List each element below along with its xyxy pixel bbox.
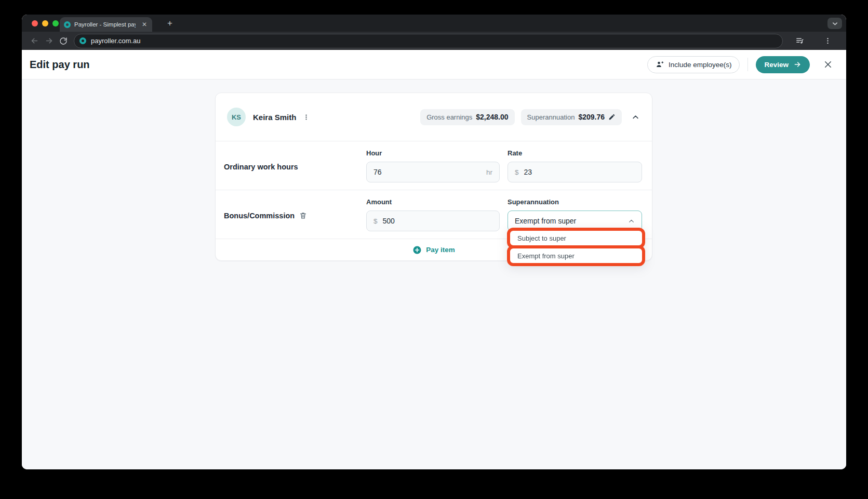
option-exempt-from-super[interactable]: Exempt from super (510, 252, 582, 260)
annotation-highlight: Exempt from super (507, 245, 645, 266)
person-plus-icon (656, 60, 664, 69)
kebab-menu-icon (303, 114, 310, 121)
hour-label: Hour (366, 149, 508, 157)
superannuation-value: $209.76 (578, 113, 605, 121)
currency-symbol: $ (515, 168, 519, 176)
back-button[interactable] (27, 34, 42, 48)
tab-strip: Payroller - Simplest payroll so ✕ + (22, 15, 846, 32)
close-pay-run-button[interactable] (823, 60, 833, 69)
add-pay-item-button[interactable]: Pay item (412, 245, 455, 255)
reload-icon (59, 37, 68, 45)
super-select-value: Exempt from super (515, 217, 576, 225)
rate-field: $ (508, 162, 642, 182)
tab-title: Payroller - Simplest payroll so (74, 21, 136, 28)
hour-column: Hour hr (366, 149, 508, 182)
bonus-super-label: Superannuation (508, 198, 642, 206)
gross-earnings-chip: Gross earnings $2,248.00 (420, 109, 514, 125)
rate-label: Rate (508, 149, 642, 157)
header-divider (747, 58, 748, 71)
collapse-employee-button[interactable] (631, 112, 640, 122)
site-favicon-icon (79, 37, 86, 44)
chevron-up-icon (628, 218, 635, 225)
ordinary-hours-title: Ordinary work hours (224, 149, 366, 182)
toolbar-right (792, 34, 841, 48)
tab-close-icon[interactable]: ✕ (141, 20, 148, 29)
summary-chips: Gross earnings $2,248.00 Superannuation … (420, 109, 622, 125)
arrow-left-icon (30, 36, 39, 45)
trash-icon (299, 212, 307, 219)
close-icon (823, 60, 833, 69)
bonus-super-column: Superannuation Exempt from super (508, 198, 642, 231)
bonus-commission-title: Bonus/Commission (224, 198, 366, 231)
page-title: Edit pay run (30, 59, 90, 71)
pay-item-label: Pay item (426, 246, 455, 254)
hour-field: hr (366, 162, 500, 182)
new-tab-button[interactable]: + (164, 18, 176, 29)
media-controls-button[interactable] (792, 34, 807, 48)
option-subject-to-super[interactable]: Subject to super (510, 234, 573, 242)
hour-unit: hr (482, 168, 492, 176)
rate-input[interactable] (524, 168, 635, 176)
pay-run-main: KS Keira Smith Gross earnings $2,248.00 … (22, 80, 846, 469)
superannuation-chip: Superannuation $209.76 (521, 109, 622, 125)
include-employees-label: Include employee(s) (669, 61, 732, 69)
edit-super-button[interactable] (608, 113, 616, 121)
forward-button[interactable] (42, 34, 56, 48)
delete-pay-item-button[interactable] (299, 212, 307, 219)
address-bar[interactable]: payroller.com.au (74, 34, 783, 48)
amount-field: $ (366, 211, 500, 231)
employee-name: Keira Smith (253, 113, 296, 122)
amount-column: Amount $ (366, 198, 508, 231)
browser-menu-button[interactable] (820, 34, 835, 48)
playlist-icon (795, 36, 804, 45)
minimize-window-button[interactable] (42, 20, 48, 27)
superannuation-label: Superannuation (527, 113, 575, 121)
gross-earnings-label: Gross earnings (426, 113, 472, 121)
hour-input[interactable] (373, 168, 482, 176)
payroller-favicon-icon (64, 21, 71, 28)
currency-symbol: $ (373, 217, 378, 225)
gross-earnings-value: $2,248.00 (476, 113, 508, 121)
browser-toolbar: payroller.com.au (22, 32, 846, 50)
kebab-menu-icon (824, 37, 832, 45)
amount-label: Amount (366, 198, 508, 206)
review-label: Review (764, 61, 789, 69)
bonus-commission-label: Bonus/Commission (224, 212, 295, 220)
tab-search-button[interactable] (827, 18, 842, 29)
include-employees-button[interactable]: Include employee(s) (647, 56, 740, 73)
review-button[interactable]: Review (756, 56, 810, 73)
chevron-down-icon (832, 21, 838, 27)
employee-menu-button[interactable] (302, 113, 311, 122)
browser-window: Payroller - Simplest payroll so ✕ + payr… (22, 15, 846, 469)
avatar: KS (227, 108, 246, 126)
window-controls (32, 20, 63, 27)
pencil-icon (608, 113, 616, 121)
url-text: payroller.com.au (91, 37, 140, 45)
employee-header: KS Keira Smith Gross earnings $2,248.00 … (216, 93, 652, 141)
arrow-right-icon (793, 61, 802, 68)
ordinary-hours-row: Ordinary work hours Hour hr Rate $ (216, 141, 652, 190)
arrow-right-icon (45, 36, 54, 45)
page-header: Edit pay run Include employee(s) Review (22, 50, 846, 80)
rate-column: Rate $ (508, 149, 642, 182)
reload-button[interactable] (56, 34, 71, 48)
plus-circle-icon (412, 245, 422, 255)
chevron-up-icon (632, 113, 639, 121)
amount-input[interactable] (383, 217, 492, 225)
super-dropdown-menu: Subject to super Exempt from super (507, 228, 645, 266)
zoom-window-button[interactable] (52, 20, 59, 27)
browser-tab[interactable]: Payroller - Simplest payroll so ✕ (60, 17, 152, 32)
screen: Payroller - Simplest payroll so ✕ + payr… (0, 0, 868, 499)
close-window-button[interactable] (32, 20, 38, 27)
header-actions: Include employee(s) Review (647, 56, 833, 73)
